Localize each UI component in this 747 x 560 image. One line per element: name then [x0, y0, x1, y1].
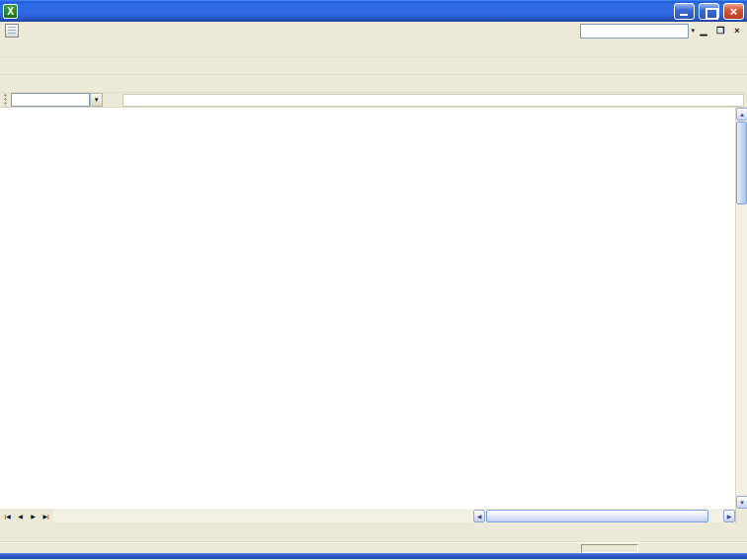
next-sheet-button[interactable]: ▶	[27, 510, 40, 521]
tab-navigation: |◀ ◀ ▶ ▶|	[0, 509, 53, 522]
formula-input[interactable]	[123, 94, 744, 107]
scrollbar-corner	[735, 509, 747, 522]
horizontal-scroll-thumb[interactable]	[486, 510, 708, 522]
scroll-right-button[interactable]	[723, 510, 735, 522]
num-lock-indicator	[581, 544, 638, 553]
horizontal-scrollbar[interactable]	[473, 509, 735, 522]
standard-toolbar	[0, 40, 747, 57]
status-bar	[0, 542, 747, 553]
name-box[interactable]	[11, 93, 90, 107]
taskbar-edge	[0, 553, 747, 559]
vertical-scroll-track[interactable]	[736, 205, 747, 496]
window-close-button[interactable]	[723, 3, 744, 20]
vertical-scroll-thumb[interactable]	[736, 121, 747, 204]
formula-bar-drag-handle[interactable]	[4, 94, 8, 107]
question-dropdown-icon[interactable]	[691, 27, 695, 35]
question-input[interactable]	[580, 24, 689, 39]
scroll-left-button[interactable]	[473, 510, 485, 522]
excel-window: X ▁ ❒ × |◀	[0, 0, 747, 560]
worksheet-area	[0, 108, 747, 509]
title-bar: X	[0, 0, 747, 22]
workbook-minimize-button[interactable]: ▁	[696, 26, 711, 36]
name-box-dropdown[interactable]	[90, 93, 103, 107]
reviewing-toolbar	[0, 57, 747, 75]
workbook-close-button[interactable]: ×	[729, 26, 745, 36]
horizontal-scroll-track[interactable]	[485, 510, 723, 522]
first-sheet-button[interactable]: |◀	[1, 510, 14, 521]
window-restore-button[interactable]	[699, 3, 719, 20]
drawing-toolbar	[0, 522, 747, 542]
scroll-down-button[interactable]	[736, 496, 747, 509]
vertical-scrollbar[interactable]	[735, 108, 747, 509]
window-minimize-button[interactable]	[674, 3, 695, 20]
formula-bar	[0, 93, 747, 108]
scroll-up-button[interactable]	[736, 108, 747, 120]
spreadsheet-grid	[0, 108, 735, 509]
workbook-icon	[5, 24, 19, 38]
sheet-tabs-row: |◀ ◀ ▶ ▶|	[0, 509, 747, 522]
formatting-toolbar	[0, 75, 747, 93]
last-sheet-button[interactable]: ▶|	[40, 510, 52, 521]
menu-bar: ▁ ❒ ×	[0, 22, 747, 40]
previous-sheet-button[interactable]: ◀	[14, 510, 27, 521]
excel-app-icon: X	[3, 4, 18, 19]
question-box: ▁ ❒ ×	[580, 24, 745, 39]
workbook-restore-button[interactable]: ❒	[712, 26, 728, 36]
